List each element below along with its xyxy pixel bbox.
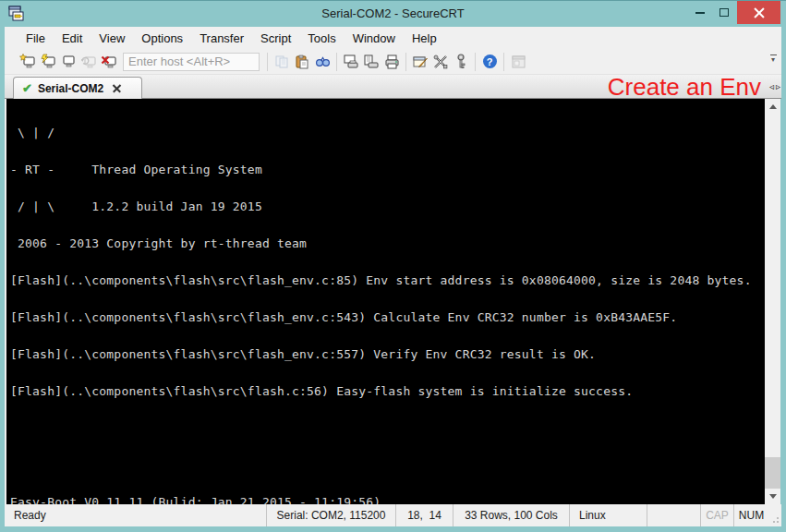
menu-window[interactable]: Window xyxy=(345,29,404,48)
print-selection-icon[interactable] xyxy=(361,52,381,72)
minimize-button[interactable] xyxy=(689,1,711,24)
close-button[interactable] xyxy=(737,1,780,24)
terminal-line xyxy=(10,459,762,471)
scrollbar-track[interactable] xyxy=(765,115,780,489)
menu-view[interactable]: View xyxy=(91,29,133,48)
toolbar-separator xyxy=(336,53,337,71)
session-manager-icon[interactable] xyxy=(508,52,528,72)
tab-label: Serial-COM2 xyxy=(38,82,103,95)
close-icon xyxy=(754,7,765,18)
terminal-line: \ | / xyxy=(10,127,762,139)
keymap-icon[interactable] xyxy=(451,52,471,72)
scroll-down-icon xyxy=(769,494,777,499)
terminal-line: [Flash](..\components\flash\src\flash.c:… xyxy=(10,385,762,397)
toolbar-separator xyxy=(503,53,504,71)
find-icon[interactable] xyxy=(312,52,333,72)
menu-edit[interactable]: Edit xyxy=(54,29,91,48)
toolbar-separator xyxy=(405,53,406,71)
global-options-icon[interactable] xyxy=(430,52,451,72)
menu-bar: File Edit View Options Transfer Script T… xyxy=(5,27,781,49)
quick-connect-icon[interactable] xyxy=(18,52,38,72)
tab-serial-com2[interactable]: ✔ Serial-COM2 xyxy=(13,77,142,99)
help-icon[interactable]: ? xyxy=(479,52,500,72)
maximize-button[interactable] xyxy=(713,1,735,24)
status-bar: Ready Serial: COM2, 115200 18, 14 33 Row… xyxy=(5,504,781,526)
maximize-icon xyxy=(719,8,729,17)
menu-script[interactable]: Script xyxy=(252,29,299,48)
terminal-line: [Flash](..\components\flash\src\flash_en… xyxy=(10,348,762,360)
toolbar-separator xyxy=(267,53,268,71)
menu-tools[interactable]: Tools xyxy=(299,29,344,48)
copy-icon[interactable] xyxy=(272,52,292,72)
tab-scroll-left-icon[interactable]: ◃ xyxy=(769,81,774,91)
tab-bar: ✔ Serial-COM2 Create an Env ◃ ▹ xyxy=(5,75,781,99)
terminal-line: [Flash](..\components\flash\src\flash_en… xyxy=(10,274,762,286)
terminal-line: [Flash](..\components\flash\src\flash_en… xyxy=(10,311,762,323)
toolbar-overflow-icon[interactable]: ▾ xyxy=(768,54,779,69)
status-serial: Serial: COM2, 115200 xyxy=(266,504,395,526)
minimize-icon xyxy=(695,12,705,14)
scroll-down-button[interactable] xyxy=(765,489,780,504)
scrollbar-thumb[interactable] xyxy=(765,457,780,489)
toolbar-separator xyxy=(475,53,476,71)
connect-in-tab-icon[interactable] xyxy=(58,52,79,72)
print-icon[interactable] xyxy=(381,52,402,72)
paste-icon[interactable] xyxy=(292,52,312,72)
scroll-up-icon xyxy=(769,104,777,109)
disconnect-icon[interactable] xyxy=(99,52,119,72)
toolbar: ? ▾ xyxy=(5,49,781,75)
window-title: Serial-COM2 - SecureCRT xyxy=(0,6,786,20)
terminal-line xyxy=(10,422,762,434)
connect-icon[interactable] xyxy=(38,52,58,72)
terminal-line: - RT - Thread Operating System xyxy=(10,163,762,175)
menu-transfer[interactable]: Transfer xyxy=(191,29,252,48)
status-grid-size: 33 Rows, 100 Cols xyxy=(453,504,569,526)
annotation-create-an-env: Create an Env xyxy=(608,73,761,102)
session-options-icon[interactable] xyxy=(410,52,430,72)
status-num-lock: NUM xyxy=(733,504,768,526)
status-caps-lock: CAP xyxy=(700,504,733,526)
host-input[interactable] xyxy=(123,53,260,71)
connected-check-icon: ✔ xyxy=(22,82,32,94)
terminal-line: 2006 - 2013 Copyright by rt-thread team xyxy=(10,237,762,249)
tab-scroll-right-icon[interactable]: ▹ xyxy=(776,81,780,91)
resize-grip[interactable] xyxy=(768,513,780,524)
scroll-up-button[interactable] xyxy=(765,99,780,115)
terminal-line: / | \ 1.2.2 build Jan 19 2015 xyxy=(10,200,762,212)
terminal-output: \ | / - RT - Thread Operating System / |… xyxy=(10,102,762,532)
terminal-screen[interactable]: \ | / - RT - Thread Operating System / |… xyxy=(5,99,780,504)
vertical-scrollbar[interactable] xyxy=(765,99,780,504)
title-bar[interactable]: Serial-COM2 - SecureCRT xyxy=(0,1,786,27)
help-question-glyph: ? xyxy=(483,54,497,68)
menu-options[interactable]: Options xyxy=(133,29,191,48)
tab-close-icon[interactable] xyxy=(113,84,122,93)
status-cursor-position: 18, 14 xyxy=(395,504,453,526)
menu-help[interactable]: Help xyxy=(404,29,445,48)
print-screen-icon[interactable] xyxy=(341,52,361,72)
menu-file[interactable]: File xyxy=(18,29,54,48)
status-empty-segment xyxy=(647,504,700,526)
status-emulation: Linux xyxy=(569,504,647,526)
securecrt-window: Serial-COM2 - SecureCRT File Edit View O… xyxy=(0,0,786,532)
reconnect-icon[interactable] xyxy=(79,52,99,72)
status-ready: Ready xyxy=(5,509,266,522)
